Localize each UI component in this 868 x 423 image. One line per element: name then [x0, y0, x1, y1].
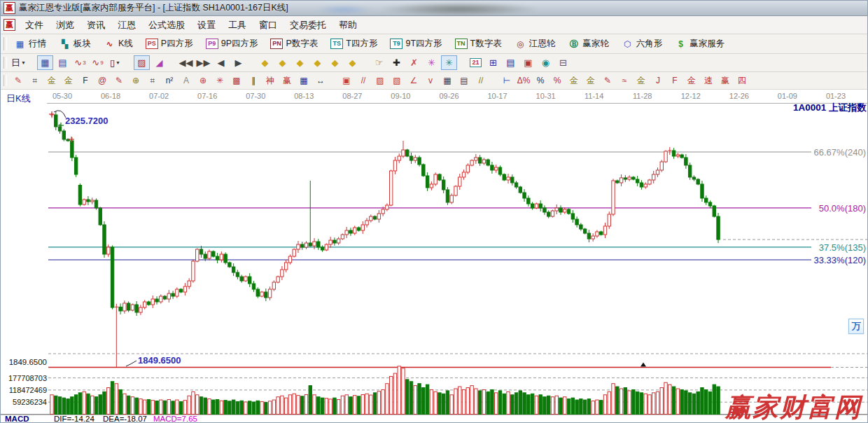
draw-angle-si-icon[interactable]: 四: [734, 74, 750, 88]
draw-ruler-icon[interactable]: ⊢: [499, 74, 514, 88]
feature-button-winner-wheel[interactable]: Ⓑ赢家轮: [564, 36, 613, 51]
feature-button-p-square[interactable]: PSP四方形: [141, 36, 197, 51]
period-day-dropdown-icon[interactable]: 日▼: [10, 55, 27, 70]
menu-item-7[interactable]: 窗口: [253, 17, 284, 34]
draw-angle-j-icon[interactable]: J: [650, 74, 666, 88]
float-tool-button[interactable]: 万: [848, 319, 864, 334]
calendar-icon[interactable]: 21: [468, 55, 484, 70]
draw-angle-f-icon[interactable]: F: [667, 74, 682, 88]
gann-diamond-4-icon[interactable]: ◆: [309, 55, 326, 70]
draw-gann-box-web-icon[interactable]: ▩: [229, 74, 244, 88]
draw-grid-dark-icon[interactable]: ▦: [440, 74, 455, 88]
draw-grid-hatch-2-icon[interactable]: ⌗: [145, 74, 160, 88]
feature-button-kline[interactable]: ∿K线: [99, 36, 137, 51]
draw-circle-gold-icon[interactable]: ⊕: [128, 74, 144, 88]
web-link-icon[interactable]: ◉: [538, 55, 554, 70]
draw-angle-ying-icon[interactable]: 赢: [718, 74, 733, 88]
pattern-mode-icon[interactable]: ▨: [134, 55, 150, 70]
info-panel-icon[interactable]: ▤: [55, 55, 71, 70]
draw-fibonacci-icon[interactable]: F: [78, 74, 93, 88]
feature-button-9t-square[interactable]: T99T四方形: [386, 36, 446, 51]
draw-gann-circle-icon[interactable]: ⊕: [195, 74, 211, 88]
gann-diamond-5-icon[interactable]: ◆: [327, 55, 343, 70]
gann-diamond-2-icon[interactable]: ◆: [274, 55, 290, 70]
menu-item-9[interactable]: 帮助: [332, 17, 363, 34]
candle-style-dropdown-icon[interactable]: ▯▼: [107, 55, 123, 70]
menu-item-8[interactable]: 交易委托: [284, 17, 332, 34]
draw-gold-circle-icon[interactable]: 金: [566, 74, 582, 88]
draw-gold-underline-icon[interactable]: 金: [634, 74, 649, 88]
kline-9-icon[interactable]: ∿9: [90, 55, 106, 70]
draw-fan-lines-icon[interactable]: //: [356, 74, 371, 88]
feature-button-9p-square[interactable]: P99P四方形: [202, 36, 262, 51]
menu-item-5[interactable]: 设置: [191, 17, 222, 34]
gann-diamond-3-icon[interactable]: ◆: [292, 55, 308, 70]
menu-item-2[interactable]: 资讯: [80, 17, 111, 34]
color-histogram-icon[interactable]: ◢: [151, 55, 167, 70]
draw-shen-tool-icon[interactable]: 神: [262, 74, 278, 88]
draw-parallel-lines-icon[interactable]: //: [473, 74, 489, 88]
feature-button-sectors[interactable]: ▚板块: [55, 36, 95, 51]
draw-grid-hatch-icon[interactable]: ⌗: [27, 74, 43, 88]
draw-angle-line-icon[interactable]: ∠: [406, 74, 421, 88]
gann-diamond-1-icon[interactable]: ◆: [257, 55, 273, 70]
draw-gann-web-icon[interactable]: ✳: [212, 74, 227, 88]
draw-gold-level-1-icon[interactable]: 金: [44, 74, 59, 88]
feature-button-t-square[interactable]: TST四方形: [326, 36, 382, 51]
drag-hand-icon[interactable]: ☞: [371, 55, 387, 70]
draw-angle-a-icon[interactable]: A: [178, 74, 194, 88]
jump-first-icon[interactable]: ◀◀: [178, 55, 194, 70]
gann-diamond-6-icon[interactable]: ◆: [344, 55, 360, 70]
indicator-name[interactable]: MACD: [5, 415, 29, 423]
eraser-icon[interactable]: ✗: [406, 55, 422, 70]
title-bar[interactable]: 赢 赢家江恩专业版[赢家内部服务平台] - [上证指数 SH1A0001-167…: [1, 1, 867, 16]
feature-button-hexagon[interactable]: ⬡六角形: [617, 36, 667, 51]
draw-brush-icon[interactable]: ✎: [600, 74, 615, 88]
crosshair-icon[interactable]: ✚: [388, 55, 405, 70]
draw-delta-percent-icon[interactable]: Δ%: [516, 74, 531, 88]
draw-percent-icon[interactable]: %: [533, 74, 548, 88]
feature-button-p-number-table[interactable]: PNP数字表: [266, 36, 322, 51]
chart-layout-icon[interactable]: ▦: [37, 55, 53, 70]
calculator-icon[interactable]: ⊞: [485, 55, 501, 70]
feature-button-gann-wheel[interactable]: ◎江恩轮: [510, 36, 560, 51]
notes-icon[interactable]: ▤: [503, 55, 519, 70]
draw-n-square-icon[interactable]: n²: [162, 74, 177, 88]
kline-3-icon[interactable]: ∿3: [72, 55, 88, 70]
t-square-icon: TS: [330, 39, 343, 49]
draw-gold-level-2-icon[interactable]: 金: [61, 74, 76, 88]
draw-box-tool-icon[interactable]: ▣: [339, 74, 354, 88]
feature-button-quotes[interactable]: ▦行情: [10, 36, 50, 51]
draw-wave-check-icon[interactable]: v: [423, 74, 438, 88]
print-icon[interactable]: ⊟: [555, 55, 571, 70]
jump-last-icon[interactable]: ▶▶: [195, 55, 211, 70]
draw-ying-tool-icon[interactable]: 赢: [279, 74, 295, 88]
draw-list-dark-icon[interactable]: ▤: [456, 74, 472, 88]
menu-item-1[interactable]: 浏览: [50, 17, 80, 34]
brain-tool-icon[interactable]: ✳: [441, 55, 457, 70]
menu-item-0[interactable]: 文件: [19, 17, 50, 34]
draw-hatch-box-1-icon[interactable]: ▨: [372, 74, 388, 88]
draw-wave-gold-icon[interactable]: ≈: [617, 74, 632, 88]
feature-button-t-number-table[interactable]: TNT数字表: [451, 36, 506, 51]
draw-angle-gold-icon[interactable]: 金: [684, 74, 699, 88]
draw-angle-su-icon[interactable]: 速: [701, 74, 716, 88]
draw-spiral-icon[interactable]: @: [94, 74, 110, 88]
draw-tick-marks-icon[interactable]: ∥: [246, 74, 261, 88]
draw-width-arrows-icon[interactable]: ↔: [313, 74, 328, 88]
prev-bar-icon[interactable]: ◀: [213, 55, 229, 70]
draw-percent-line-icon[interactable]: %: [550, 74, 565, 88]
draw-gold-lines-icon[interactable]: 金: [583, 74, 598, 88]
save-icon[interactable]: ▣: [520, 55, 536, 70]
next-bar-icon[interactable]: ▶: [230, 55, 246, 70]
menu-item-4[interactable]: 公式选股: [142, 17, 191, 34]
menu-item-3[interactable]: 江恩: [111, 17, 142, 34]
draw-grid-123-icon[interactable]: ▦: [296, 74, 312, 88]
feature-button-winner-service[interactable]: $赢家服务: [671, 36, 729, 51]
volume-bar-94: [430, 389, 433, 414]
flower-tool-icon[interactable]: ✳: [424, 55, 440, 70]
draw-hatch-box-2-icon[interactable]: ▧: [389, 74, 405, 88]
draw-pencil-icon[interactable]: ✎: [10, 74, 26, 88]
menu-item-6[interactable]: 工具: [222, 17, 253, 34]
draw-pencil-2-icon[interactable]: ✎: [111, 74, 127, 88]
